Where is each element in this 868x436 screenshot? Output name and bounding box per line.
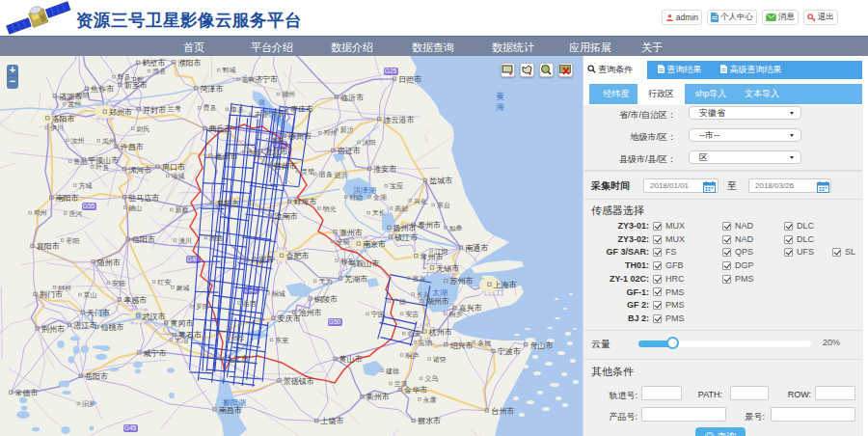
svg-text:桐乡: 桐乡 <box>448 311 463 318</box>
svg-text:建德: 建德 <box>385 368 399 375</box>
svg-text:萧县: 萧县 <box>271 137 285 145</box>
svg-text:泰州市: 泰州市 <box>418 221 441 230</box>
svg-text:滕州: 滕州 <box>282 91 295 98</box>
svg-text:漯河市: 漯河市 <box>128 166 151 175</box>
svg-text:长兴: 长兴 <box>417 291 430 299</box>
svg-text:兴化: 兴化 <box>414 198 427 205</box>
svg-text:桐庐: 桐庐 <box>404 352 419 360</box>
svg-text:临安: 临安 <box>407 330 420 338</box>
svg-text:禹州: 禹州 <box>102 138 116 145</box>
svg-text:日照市: 日照市 <box>398 75 421 84</box>
svg-text:鄱阳湖: 鄱阳湖 <box>223 398 246 407</box>
svg-text:洛阳市: 洛阳市 <box>52 115 75 123</box>
svg-text:岳阳市: 岳阳市 <box>85 372 108 381</box>
svg-text:济宁市: 济宁市 <box>255 75 278 84</box>
svg-text:湖: 湖 <box>274 116 281 123</box>
svg-text:盱眙: 盱眙 <box>349 194 363 202</box>
svg-text:滁州市: 滁州市 <box>339 229 363 237</box>
svg-text:永康: 永康 <box>423 395 437 404</box>
svg-text:随州市: 随州市 <box>97 259 121 267</box>
svg-text:九江市: 九江市 <box>226 355 249 364</box>
svg-text:周口市: 周口市 <box>162 163 185 172</box>
svg-text:上饶市: 上饶市 <box>320 417 344 425</box>
svg-text:如皋: 如皋 <box>449 225 463 232</box>
svg-text:仙桃市: 仙桃市 <box>100 323 123 332</box>
svg-text:丽水市: 丽水市 <box>418 417 441 425</box>
svg-text:孟州: 孟州 <box>68 100 81 107</box>
svg-text:襄阳市: 襄阳市 <box>37 242 60 251</box>
svg-text:南昌市: 南昌市 <box>219 406 242 415</box>
svg-text:和县: 和县 <box>340 258 354 264</box>
svg-text:高邮: 高邮 <box>394 205 408 213</box>
svg-text:诸暨: 诸暨 <box>433 356 447 364</box>
svg-text:无为: 无为 <box>318 278 332 286</box>
svg-text:景德镇市: 景德镇市 <box>284 377 314 386</box>
svg-text:红安: 红安 <box>157 279 171 286</box>
svg-text:绍兴市: 绍兴市 <box>450 341 474 350</box>
svg-text:咸宁市: 咸宁市 <box>144 349 167 358</box>
svg-text:郑州市: 郑州市 <box>109 108 132 117</box>
svg-text:菏泽市: 菏泽市 <box>201 85 224 94</box>
svg-text:武汉市: 武汉市 <box>143 313 166 321</box>
svg-text:南通市: 南通市 <box>465 243 488 253</box>
svg-text:宿迁市: 宿迁市 <box>337 147 361 155</box>
svg-text:汝州: 汝州 <box>70 137 84 145</box>
svg-text:G55: G55 <box>83 203 95 209</box>
svg-text:安陆: 安陆 <box>112 280 125 286</box>
svg-text:曹县: 曹县 <box>203 104 217 111</box>
svg-text:鹤壁市: 鹤壁市 <box>143 58 166 68</box>
svg-text:舟山市: 舟山市 <box>529 341 553 350</box>
svg-text:天长: 天长 <box>372 209 386 216</box>
svg-text:全椒: 全椒 <box>337 238 350 245</box>
svg-text:G25: G25 <box>385 68 397 74</box>
svg-text:苏州市: 苏州市 <box>450 277 474 286</box>
svg-text:宁波市: 宁波市 <box>498 347 521 356</box>
svg-text:许昌市: 许昌市 <box>121 143 144 151</box>
svg-text:麻城: 麻城 <box>176 285 190 291</box>
svg-text:镇江市: 镇江市 <box>393 233 418 242</box>
svg-text:江阴: 江阴 <box>435 248 448 256</box>
svg-text:京山: 京山 <box>84 291 97 298</box>
svg-text:海: 海 <box>496 102 504 112</box>
svg-text:新蔡: 新蔡 <box>176 205 189 214</box>
svg-text:广德: 广德 <box>393 298 406 306</box>
svg-text:确山: 确山 <box>127 204 142 211</box>
svg-text:叶县: 叶县 <box>95 164 109 171</box>
svg-text:信阳市: 信阳市 <box>132 235 155 244</box>
svg-text:郓城: 郓城 <box>222 67 235 73</box>
svg-text:焦作市: 焦作市 <box>90 85 114 94</box>
svg-text:邳州: 邳州 <box>324 129 338 136</box>
svg-text:荆州市: 荆州市 <box>41 325 65 334</box>
svg-text:固始: 固始 <box>209 234 224 242</box>
svg-text:杭州市: 杭州市 <box>428 328 452 337</box>
svg-text:亳州市: 亳州市 <box>215 152 238 161</box>
svg-text:太湖: 太湖 <box>432 288 448 297</box>
svg-text:东台: 东台 <box>437 202 450 209</box>
svg-text:潢川: 潢川 <box>178 237 192 245</box>
svg-text:天门市: 天门市 <box>87 309 110 317</box>
svg-text:淮南市: 淮南市 <box>275 212 298 221</box>
svg-text:余姚: 余姚 <box>477 340 492 347</box>
svg-text:孝感市: 孝感市 <box>123 296 147 305</box>
svg-text:灵璧: 灵璧 <box>301 168 314 176</box>
svg-text:安庆市: 安庆市 <box>278 314 301 323</box>
svg-text:黄: 黄 <box>496 92 504 101</box>
svg-text:卫辉: 卫辉 <box>130 76 144 83</box>
svg-text:阜阳市: 阜阳市 <box>216 200 239 208</box>
svg-text:临沂市: 临沂市 <box>340 94 364 102</box>
svg-text:枣阳: 枣阳 <box>66 237 79 245</box>
svg-text:项城: 项城 <box>172 173 185 179</box>
svg-text:驻马店市: 驻马店市 <box>128 194 159 203</box>
svg-text:黄山市: 黄山市 <box>339 355 363 364</box>
svg-text:金华市: 金华市 <box>403 386 427 395</box>
svg-text:衢州市: 衢州市 <box>366 393 390 401</box>
svg-text:义乌: 义乌 <box>424 375 438 383</box>
svg-text:淮北市: 淮北市 <box>265 148 288 156</box>
svg-text:常德市: 常德市 <box>15 389 39 397</box>
svg-text:东至: 东至 <box>275 337 288 343</box>
svg-text:唐河: 唐河 <box>68 209 82 218</box>
svg-text:连云港市: 连云港市 <box>384 116 415 124</box>
svg-text:宁国: 宁国 <box>371 311 385 318</box>
svg-text:桐城: 桐城 <box>271 290 285 298</box>
svg-text:荆门市: 荆门市 <box>40 290 63 299</box>
